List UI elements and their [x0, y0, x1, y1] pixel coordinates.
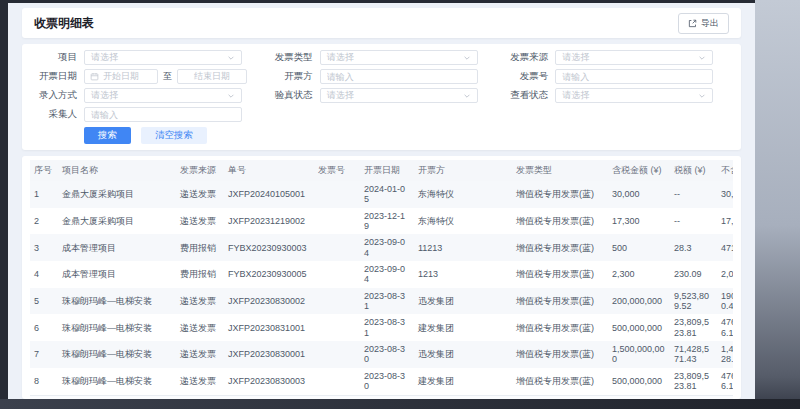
cell-order-no: JXFP20231219002	[224, 208, 314, 235]
project-select[interactable]: 请选择	[84, 50, 242, 65]
table-scroll-area[interactable]: 序号项目名称发票来源单号发票号开票日期开票方发票类型含税金额 (¥)税额 (¥)…	[30, 160, 733, 395]
column-header-invoice-date: 开票日期	[360, 160, 414, 181]
cell-invoice-source[interactable]: 费用报销	[176, 234, 224, 261]
cell-invoice-no	[314, 341, 360, 368]
cell-tax: 230.09	[670, 261, 717, 288]
field-invoice-date: 开票日期 开始日期 至 结束日期	[28, 69, 264, 84]
table-header-row: 序号项目名称发票来源单号发票号开票日期开票方发票类型含税金额 (¥)税额 (¥)…	[30, 160, 733, 181]
invoice-type-select[interactable]: 请选择	[320, 50, 478, 65]
invoice-source-select[interactable]: 请选择	[555, 50, 713, 65]
invoice-source-placeholder: 请选择	[562, 51, 589, 64]
column-header-invoice-type: 发票类型	[512, 160, 608, 181]
desktop-left-edge	[0, 0, 8, 399]
cell-project-name: 金鼎大厦采购项目	[58, 208, 176, 235]
cell-invoice-source[interactable]: 递送发票	[176, 341, 224, 368]
table-row: 8珠穆朗玛峰—电梯安装递送发票JXFP202308300032023-08-30…	[30, 368, 733, 395]
field-invoice-type: 发票类型 请选择	[264, 50, 500, 65]
clear-search-button[interactable]: 清空搜索	[141, 127, 207, 144]
cell-invoice-type: 增值税专用发票(蓝)	[512, 368, 608, 395]
cell-project-name: 成本管理项目	[58, 261, 176, 288]
cell-invoice-date: 2023-08-30	[360, 341, 414, 368]
chevron-down-icon	[463, 92, 471, 100]
cell-amount-incl-tax: 500,000,000	[608, 368, 670, 395]
view-status-select[interactable]: 请选择	[555, 88, 713, 103]
desktop-right-edge	[755, 0, 800, 409]
date-end-input[interactable]: 结束日期	[177, 69, 247, 84]
issuer-label: 开票方	[264, 70, 320, 83]
cell-index: 1	[30, 181, 58, 208]
cell-project-name: 珠穆朗玛峰—电梯安装	[58, 368, 176, 395]
page-title: 收票明细表	[34, 15, 94, 32]
table-row: 4成本管理项目费用报销FYBX202309300052023-09-041213…	[30, 261, 733, 288]
cell-index: 7	[30, 341, 58, 368]
cell-order-no: JXFP20230830002	[224, 288, 314, 315]
cell-invoice-no	[314, 234, 360, 261]
cell-invoice-source[interactable]: 费用报销	[176, 261, 224, 288]
cell-invoice-type: 增值税专用发票(蓝)	[512, 288, 608, 315]
verify-status-label: 验真状态	[264, 89, 320, 102]
calendar-icon	[90, 72, 99, 81]
entry-method-select[interactable]: 请选择	[84, 88, 242, 103]
date-separator: 至	[163, 70, 172, 83]
cell-order-no: JXFP20230830003	[224, 368, 314, 395]
cell-issuer: 建发集团	[414, 368, 512, 395]
filter-actions: 搜索 清空搜索	[28, 127, 735, 144]
cell-invoice-type: 增值税专用发票(蓝)	[512, 314, 608, 341]
app-window: 收票明细表 导出 项目 请选择 发票类型 请选择	[8, 3, 755, 399]
cell-invoice-source[interactable]: 递送发票	[176, 368, 224, 395]
field-invoice-no: 发票号	[499, 69, 735, 84]
cell-index: 4	[30, 261, 58, 288]
table-row: 5珠穆朗玛峰—电梯安装递送发票JXFP202308300022023-08-31…	[30, 288, 733, 315]
cell-invoice-date: 2023-08-30	[360, 368, 414, 395]
column-header-project-name: 项目名称	[58, 160, 176, 181]
cell-issuer: 东海特仪	[414, 181, 512, 208]
cell-invoice-no	[314, 288, 360, 315]
table-row: 6珠穆朗玛峰—电梯安装递送发票JXFP202308310012023-08-31…	[30, 314, 733, 341]
project-placeholder: 请选择	[91, 51, 118, 64]
search-button[interactable]: 搜索	[84, 127, 131, 144]
cell-project-name: 成本管理项目	[58, 234, 176, 261]
cell-index: 5	[30, 288, 58, 315]
cell-project-name: 珠穆朗玛峰—电梯安装	[58, 341, 176, 368]
column-header-amount-incl-tax: 含税金额 (¥)	[608, 160, 670, 181]
cell-invoice-source[interactable]: 递送发票	[176, 181, 224, 208]
cell-index: 8	[30, 368, 58, 395]
table-row: 1金鼎大厦采购项目递送发票JXFP202401050012024-01-05东海…	[30, 181, 733, 208]
date-start-input[interactable]: 开始日期	[84, 69, 158, 84]
table-row: 7珠穆朗玛峰—电梯安装递送发票JXFP202308300012023-08-30…	[30, 341, 733, 368]
cell-order-no: JXFP20240105001	[224, 181, 314, 208]
issuer-input[interactable]	[320, 69, 478, 84]
cell-amount-excl-tax: 471.7	[717, 234, 733, 261]
cell-tax: 71,428,571.43	[670, 341, 717, 368]
cell-index: 2	[30, 208, 58, 235]
cell-invoice-source[interactable]: 递送发票	[176, 208, 224, 235]
cell-tax: 23,809,523.81	[670, 368, 717, 395]
cell-issuer: 迅发集团	[414, 341, 512, 368]
chevron-down-icon	[698, 54, 706, 62]
invoice-no-input[interactable]	[555, 69, 713, 84]
field-entry-method: 录入方式 请选择	[28, 88, 264, 103]
field-issuer: 开票方	[264, 69, 500, 84]
cell-invoice-no	[314, 314, 360, 341]
cell-order-no: JXFP20230830001	[224, 341, 314, 368]
desktop-bottom-edge	[0, 399, 800, 409]
cell-index: 3	[30, 234, 58, 261]
verify-status-select[interactable]: 请选择	[320, 88, 478, 103]
cell-invoice-no	[314, 181, 360, 208]
collector-input[interactable]	[84, 107, 242, 122]
export-label: 导出	[701, 17, 719, 30]
chevron-down-icon	[698, 92, 706, 100]
cell-amount-incl-tax: 500	[608, 234, 670, 261]
column-header-index: 序号	[30, 160, 58, 181]
cell-invoice-source[interactable]: 递送发票	[176, 314, 224, 341]
export-button[interactable]: 导出	[678, 13, 729, 34]
cell-invoice-date: 2023-12-19	[360, 208, 414, 235]
invoice-type-placeholder: 请选择	[327, 51, 354, 64]
cell-amount-incl-tax: 200,000,000	[608, 288, 670, 315]
cell-invoice-date: 2023-09-04	[360, 261, 414, 288]
entry-method-label: 录入方式	[28, 89, 84, 102]
cell-invoice-source[interactable]: 递送发票	[176, 288, 224, 315]
cell-amount-excl-tax: 30,000	[717, 181, 733, 208]
column-header-tax: 税额 (¥)	[670, 160, 717, 181]
cell-project-name: 金鼎大厦采购项目	[58, 181, 176, 208]
